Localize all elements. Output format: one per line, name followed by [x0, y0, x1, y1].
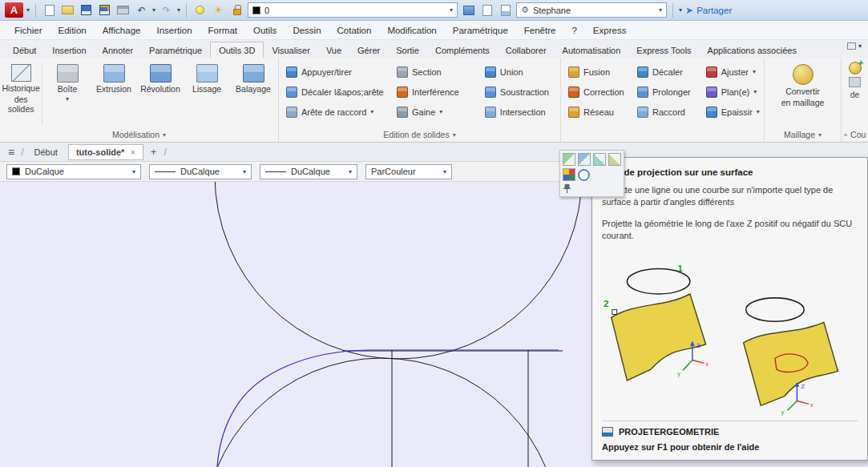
menu-item[interactable]: Modification	[379, 26, 444, 35]
surface-tool-button[interactable]: Fusion	[563, 62, 632, 82]
lock-button[interactable]	[229, 2, 244, 18]
solid-edit-button[interactable]: Section	[391, 62, 479, 82]
surface-tool-button[interactable]: Ajuster ▾	[700, 62, 765, 82]
open-file-button[interactable]	[60, 2, 75, 18]
ribbon-tab[interactable]: Début	[5, 42, 44, 58]
ribbon-display-toggle[interactable]: ▾	[842, 42, 866, 52]
boolean-button[interactable]: Union	[479, 62, 559, 82]
menu-item[interactable]: ?	[563, 26, 584, 35]
surface-tool-button[interactable]: Décaler	[632, 62, 700, 82]
plot-button[interactable]	[115, 2, 131, 18]
solid-edit-button[interactable]: Interférence	[391, 82, 479, 102]
solid-edit-button[interactable]: Gaine ▾	[391, 102, 479, 122]
surface-tool-button[interactable]: Plan(e) ▾	[700, 82, 765, 102]
chevron-down-icon[interactable]: ▾	[243, 168, 246, 175]
file-tab-menu-icon[interactable]: ≡	[5, 146, 18, 159]
ribbon-tab[interactable]: Sortie	[388, 42, 427, 58]
lineweight-combo[interactable]: DuCalque ▾	[260, 164, 357, 179]
brightness-button[interactable]: ☀	[211, 2, 226, 18]
new-file-button[interactable]	[42, 2, 57, 18]
chevron-down-icon[interactable]: ▾	[132, 168, 135, 175]
ribbon-tab[interactable]: Annoter	[95, 42, 142, 58]
panel-title-modelisation[interactable]: Modélisation ▾	[0, 128, 278, 141]
panel-title-edition[interactable]: Edition de solides ▾	[279, 128, 560, 141]
file-tab-active[interactable]: tuto-solide* ×	[68, 144, 143, 160]
mesh-tool-icon[interactable]	[849, 77, 861, 87]
ribbon-tab[interactable]: Express Tools	[628, 42, 699, 58]
layer-control-combo[interactable]: DuCalque ▾	[6, 164, 141, 179]
undo-arrow-icon[interactable]: ▾	[152, 6, 155, 14]
save-as-button[interactable]	[97, 2, 112, 18]
close-icon[interactable]: ×	[130, 147, 135, 157]
qat-customize-arrow-icon[interactable]: ▾	[679, 6, 682, 14]
ucs-object-icon[interactable]	[593, 153, 606, 166]
user-combo[interactable]: ⚙ Stephane ▾	[516, 2, 667, 18]
ribbon-tab[interactable]: Compléments	[427, 42, 498, 58]
layer-on-button[interactable]	[192, 2, 208, 18]
solid-edit-button[interactable]: Arête de raccord ▾	[281, 102, 391, 122]
ribbon-tab[interactable]: Insertion	[44, 42, 94, 58]
menu-item[interactable]: Cotation	[329, 26, 380, 35]
surface-tool-button[interactable]: Raccord	[632, 102, 700, 122]
ribbon-tab[interactable]: Visualiser	[264, 42, 318, 58]
file-tab-start[interactable]: Début	[27, 145, 65, 159]
ribbon-tab[interactable]: Applications associées	[700, 42, 805, 58]
menu-item[interactable]: Fenêtre	[516, 26, 564, 35]
autocad-logo[interactable]: A	[5, 2, 23, 18]
menu-item[interactable]: Paramétrique	[445, 26, 516, 35]
ucs-projection-icon[interactable]	[578, 169, 590, 181]
ribbon-tab[interactable]: Outils 3D	[210, 42, 264, 58]
ribbon-tab[interactable]: Collaborer	[498, 42, 555, 58]
menu-item[interactable]: Insertion	[148, 26, 200, 35]
ucs-icon-display-icon[interactable]	[563, 168, 575, 181]
menu-item[interactable]: Dessin	[285, 26, 329, 35]
panel-title-truncated[interactable]: » Cou	[842, 128, 868, 141]
chevron-down-icon[interactable]: ▾	[349, 168, 352, 175]
menu-item[interactable]: Format	[200, 26, 245, 35]
menu-item[interactable]: Fichier	[6, 26, 50, 35]
layer-properties-button[interactable]	[461, 2, 476, 18]
solid-edit-button[interactable]: Décaler l&apos;arête	[281, 82, 391, 102]
solid-edit-button[interactable]: Appuyer/tirer	[281, 62, 391, 82]
panel-title-maillage[interactable]: Maillage ▾	[765, 128, 841, 141]
new-drawing-tab-button[interactable]: +	[147, 146, 161, 158]
ribbon-tab[interactable]: Gérer	[349, 42, 388, 58]
modeling-tool-button[interactable]: Boîte ▾	[44, 60, 91, 103]
chevron-down-icon[interactable]: ▾	[443, 168, 446, 175]
modeling-tool-button[interactable]: Extrusion	[91, 60, 137, 103]
linetype-combo[interactable]: DuCalque ▾	[149, 164, 252, 179]
ucs-world-icon[interactable]	[563, 153, 575, 166]
redo-arrow-icon[interactable]: ▾	[177, 6, 180, 14]
plot-style-combo[interactable]: ParCouleur ▾	[365, 164, 452, 179]
boolean-button[interactable]: Intersection	[479, 102, 559, 122]
surface-tool-button[interactable]: Réseau	[563, 102, 632, 122]
ribbon-tab[interactable]: Paramétrique	[141, 42, 210, 58]
convert-to-mesh-button[interactable]: Convertir en maillage	[771, 60, 835, 107]
mesh-plus-icon[interactable]	[849, 62, 862, 74]
menu-item[interactable]: Outils	[245, 26, 285, 35]
ribbon-tab[interactable]: Automatisation	[555, 42, 629, 58]
menu-item[interactable]: Affichage	[95, 26, 149, 35]
ribbon-tab[interactable]: Vue	[318, 42, 349, 58]
surface-tool-button[interactable]: Correction	[563, 82, 632, 102]
menu-item[interactable]: Express	[585, 26, 635, 35]
surface-tool-button[interactable]: Epaissir ▾	[700, 102, 765, 122]
layout-blue-button[interactable]	[498, 2, 513, 18]
undo-button[interactable]: ↶	[134, 2, 149, 18]
modeling-tool-button[interactable]: Révolution	[137, 60, 184, 103]
share-plane-icon[interactable]: ➤	[685, 5, 693, 16]
layer-combo[interactable]: 0 ▾	[248, 2, 458, 18]
share-link[interactable]: Partager	[696, 6, 732, 15]
save-button[interactable]	[79, 2, 94, 18]
ucs-view-icon[interactable]	[608, 153, 621, 166]
boolean-button[interactable]: Soustraction	[479, 82, 559, 102]
chevron-down-icon[interactable]: ▾	[659, 6, 662, 14]
menu-item[interactable]: Edition	[50, 26, 95, 35]
layout-button[interactable]	[479, 2, 495, 18]
modeling-tool-button[interactable]: Balayage	[230, 60, 277, 103]
app-menu-arrow-icon[interactable]: ▾	[26, 6, 30, 14]
solid-history-button[interactable]: Historique des solides	[2, 60, 40, 114]
ucs-face-icon[interactable]	[578, 153, 591, 166]
modeling-tool-button[interactable]: Lissage	[184, 60, 230, 103]
chevron-down-icon[interactable]: ▾	[450, 6, 453, 14]
